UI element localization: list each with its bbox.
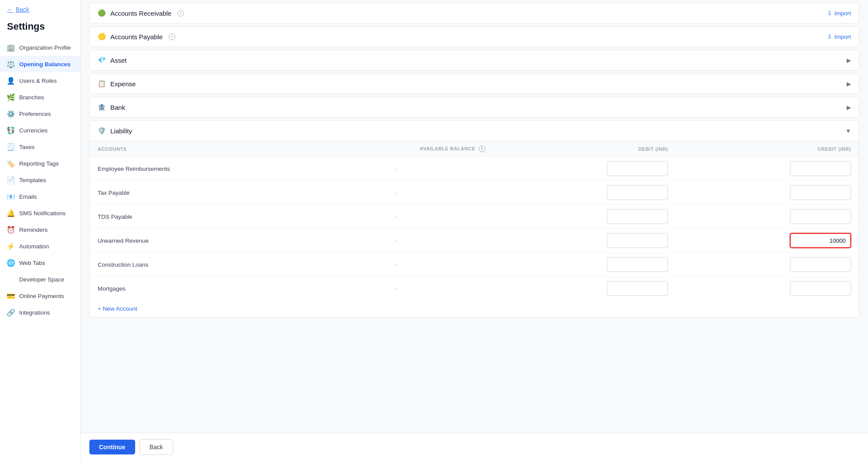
import-link-accounts-receivable[interactable]: ⇩ Import [827, 10, 851, 17]
footer-bar: Continue Back [81, 433, 868, 461]
credit-input-unearned-revenue[interactable] [790, 233, 851, 248]
table-row-tds-payable: TDS Payable - [90, 205, 859, 229]
sidebar-item-opening-balances[interactable]: ⚖️ Opening Balances [0, 56, 80, 72]
sidebar-icon-taxes: 🧾 [7, 143, 15, 151]
debit-input-employee-reimbursements[interactable] [607, 161, 668, 176]
section-icon-bank: 🏦 [98, 103, 106, 111]
sidebar-item-currencies[interactable]: 💱 Currencies [0, 122, 80, 139]
back-arrow-icon: ← [7, 6, 13, 13]
balance-employee-reimbursements: - [300, 157, 493, 181]
sidebar-icon-online-payments: 💳 [7, 292, 15, 300]
sidebar-icon-preferences: ⚙️ [7, 110, 15, 118]
debit-input-tax-payable[interactable] [607, 185, 668, 200]
section-icon-liability: 🛡️ [98, 127, 106, 135]
table-row-construction-loans: Construction Loans - [90, 253, 859, 277]
sidebar-item-reporting-tags[interactable]: 🏷️ Reporting Tags [0, 155, 80, 172]
new-account-link[interactable]: + New Account [90, 300, 145, 317]
balance-info-icon: i [479, 146, 485, 152]
sidebar-item-reminders[interactable]: ⏰ Reminders [0, 221, 80, 238]
sidebar-item-automation[interactable]: ⚡ Automation [0, 238, 80, 254]
chevron-icon-liability: ▼ [845, 128, 851, 134]
main-content: 🟢 Accounts Receivable i ⇩ Import 🟡 Accou… [81, 0, 868, 461]
table-row-tax-payable: Tax Payable - [90, 181, 859, 205]
col-accounts: ACCOUNTS [90, 141, 300, 157]
col-debit: DEBIT (INR) [493, 141, 676, 157]
sections-container: 🟢 Accounts Receivable i ⇩ Import 🟡 Accou… [81, 3, 868, 318]
credit-cell-unearned-revenue [676, 229, 859, 253]
sidebar-item-integrations[interactable]: 🔗 Integrations [0, 304, 80, 321]
section-header-expense[interactable]: 📋 Expense ▶ [90, 74, 859, 94]
sidebar-icon-automation: ⚡ [7, 242, 15, 250]
sidebar-label-org-profile: Organization Profile [19, 44, 71, 51]
account-name-employee-reimbursements: Employee Reimbursements [90, 157, 300, 181]
credit-input-tax-payable[interactable] [790, 185, 851, 200]
sidebar-item-sms-notifications[interactable]: 🔔 SMS Notifications [0, 205, 80, 221]
debit-cell-tds-payable [493, 205, 676, 229]
sidebar-item-developer-space[interactable]: Developer Space [0, 271, 80, 288]
sidebar-item-emails[interactable]: 📧 Emails [0, 188, 80, 205]
sidebar-item-online-payments[interactable]: 💳 Online Payments [0, 288, 80, 304]
sidebar-icon-web-tabs: 🌐 [7, 259, 15, 267]
back-footer-button[interactable]: Back [140, 439, 173, 455]
section-header-asset[interactable]: 💎 Asset ▶ [90, 50, 859, 70]
debit-input-tds-payable[interactable] [607, 209, 668, 224]
continue-button[interactable]: Continue [89, 440, 135, 454]
table-header: ACCOUNTS AVAILABLE BALANCE i DEBIT (INR)… [90, 141, 859, 157]
credit-cell-employee-reimbursements [676, 157, 859, 181]
section-expense: 📋 Expense ▶ [89, 73, 859, 94]
debit-input-unearned-revenue[interactable] [607, 233, 668, 248]
sidebar-label-opening-balances: Opening Balances [19, 61, 71, 68]
credit-input-employee-reimbursements[interactable] [790, 161, 851, 176]
sidebar-icon-users-roles: 👤 [7, 77, 15, 85]
credit-input-tds-payable[interactable] [790, 209, 851, 224]
debit-input-construction-loans[interactable] [607, 257, 668, 272]
debit-cell-unearned-revenue [493, 229, 676, 253]
section-label-accounts-receivable: Accounts Receivable [110, 10, 171, 17]
sidebar-item-preferences[interactable]: ⚙️ Preferences [0, 105, 80, 122]
main-area: 🟢 Accounts Receivable i ⇩ Import 🟡 Accou… [81, 0, 868, 461]
sidebar-item-taxes[interactable]: 🧾 Taxes [0, 139, 80, 155]
sidebar-item-templates[interactable]: 📄 Templates [0, 172, 80, 188]
sidebar-label-preferences: Preferences [19, 111, 51, 117]
section-label-asset: Asset [110, 57, 127, 64]
sidebar-item-web-tabs[interactable]: 🌐 Web Tabs [0, 254, 80, 271]
account-name-unearned-revenue: Unearned Revenue [90, 229, 300, 253]
account-name-construction-loans: Construction Loans [90, 253, 300, 277]
credit-input-construction-loans[interactable] [790, 257, 851, 272]
section-header-accounts-payable[interactable]: 🟡 Accounts Payable i ⇩ Import [90, 27, 859, 47]
credit-cell-tax-payable [676, 181, 859, 205]
table-row-unearned-revenue: Unearned Revenue - [90, 229, 859, 253]
debit-cell-employee-reimbursements [493, 157, 676, 181]
section-header-accounts-receivable[interactable]: 🟢 Accounts Receivable i ⇩ Import [90, 3, 859, 23]
chevron-icon-bank: ▶ [847, 104, 851, 111]
import-link-accounts-payable[interactable]: ⇩ Import [827, 33, 851, 40]
section-label-expense: Expense [110, 80, 136, 88]
sidebar-label-branches: Branches [19, 94, 44, 101]
credit-input-mortgages[interactable] [790, 281, 851, 296]
balance-unearned-revenue: - [300, 229, 493, 253]
import-icon-accounts-payable: ⇩ [827, 33, 832, 40]
sidebar-label-integrations: Integrations [19, 309, 50, 316]
section-header-bank[interactable]: 🏦 Bank ▶ [90, 97, 859, 117]
sidebar-item-org-profile[interactable]: 🏢 Organization Profile [0, 39, 80, 56]
sidebar-icon-opening-balances: ⚖️ [7, 60, 15, 68]
section-icon-expense: 📋 [98, 80, 106, 88]
credit-cell-mortgages [676, 277, 859, 301]
back-button[interactable]: ← Back [0, 0, 80, 19]
sidebar-icon-org-profile: 🏢 [7, 44, 15, 51]
sidebar-label-reporting-tags: Reporting Tags [19, 160, 59, 167]
section-accounts-receivable: 🟢 Accounts Receivable i ⇩ Import [89, 3, 859, 24]
section-header-liability[interactable]: 🛡️ Liability ▼ [90, 121, 859, 141]
sidebar-label-users-roles: Users & Roles [19, 78, 57, 84]
sidebar-nav: 🏢 Organization Profile ⚖️ Opening Balanc… [0, 39, 80, 321]
sidebar-item-users-roles[interactable]: 👤 Users & Roles [0, 72, 80, 89]
sidebar-icon-emails: 📧 [7, 193, 15, 200]
col-credit: CREDIT (INR) [676, 141, 859, 157]
section-icon-asset: 💎 [98, 56, 106, 64]
table-row-employee-reimbursements: Employee Reimbursements - [90, 157, 859, 181]
sidebar-label-templates: Templates [19, 177, 46, 183]
back-label: Back [16, 6, 29, 13]
debit-input-mortgages[interactable] [607, 281, 668, 296]
sidebar-item-branches[interactable]: 🌿 Branches [0, 89, 80, 105]
section-bank: 🏦 Bank ▶ [89, 97, 859, 118]
